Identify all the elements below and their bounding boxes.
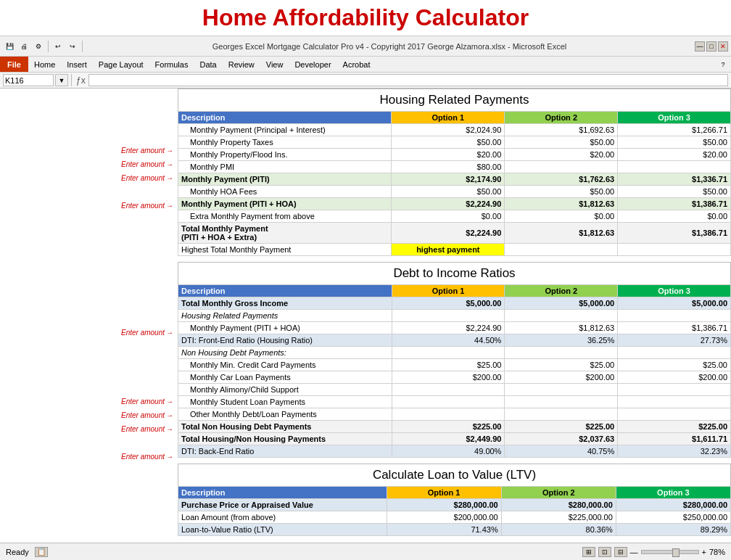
sheet-icon[interactable]: 📋 [35,547,48,557]
window-chrome: 💾 🖨 ⚙ ↩ ↪ Georges Excel Mortgage Calcula… [0,36,731,57]
dti-col-opt3: Option 3 [618,285,731,297]
table-row: Monthly Payment (Principal + Interest) $… [178,124,731,136]
housing-header-row: Description Option 1 Option 2 Option 3 [178,112,731,124]
table-row: Other Monthly Debt/Loan Payments [178,408,731,421]
table-row: Housing Related Payments [178,310,731,322]
dti-col-opt1: Option 1 [392,285,505,297]
ltv-col-opt3: Option 3 [616,487,730,499]
table-row: DTI: Back-End Ratio 49.00% 40.75% 32.23% [178,445,731,458]
status-bar: Ready 📋 ⊞ ⊡ ⊟ — + 78% [0,543,731,560]
dti-section: Debt to Income Ratios Description Option… [178,262,731,458]
table-row: Non Housing Debt Payments: [178,347,731,359]
formula-bar: ▼ ƒx [0,73,731,88]
housing-table: Description Option 1 Option 2 Option 3 M… [178,111,731,256]
table-row: Purchase Price or Appraised Value $280,0… [178,499,731,511]
table-row: DTI: Front-End Ratio (Housing Ratio) 44.… [178,334,731,347]
zoom-level: 78% [709,548,725,556]
table-row: Extra Monthly Payment from above $0.00 $… [178,210,731,223]
menu-home[interactable]: Home [28,57,61,72]
dti-header-row: Description Option 1 Option 2 Option 3 [178,285,731,297]
dti-title: Debt to Income Ratios [178,262,731,284]
table-row: Monthly Payment (PITI + HOA) $2,224.90 $… [178,322,731,334]
enter-amount-other: Enter amount → [0,450,178,464]
dti-col-opt2: Option 2 [505,285,618,297]
menu-page-layout[interactable]: Page Layout [93,57,149,72]
enter-amount-hoa: Enter amount → [0,199,178,213]
page-view-icon[interactable]: ⊡ [598,547,611,557]
maximize-button[interactable]: □ [706,41,716,52]
grid-view-icon[interactable]: ⊞ [582,547,595,557]
enter-amount-credit-card: Enter amount → [0,395,178,408]
ltv-col-opt2: Option 2 [501,487,616,499]
minimize-button[interactable]: — [695,41,705,52]
print-icon[interactable]: 🖨 [17,40,30,53]
dropdown-arrow[interactable]: ▼ [55,74,68,86]
menu-formulas[interactable]: Formulas [149,57,194,72]
menu-review[interactable]: Review [223,57,260,72]
table-row: Monthly Property Taxes $50.00 $50.00 $50… [178,136,731,149]
help-icon[interactable]: ? [716,58,730,71]
enter-amount-car-loan: Enter amount → [0,408,178,422]
table-row: Monthly PMI $80.00 [178,161,731,173]
housing-col-opt3: Option 3 [618,112,731,124]
table-row: Monthly Student Loan Payments [178,396,731,408]
housing-title: Housing Related Payments [178,88,731,111]
window-title: Georges Excel Mortgage Calculator Pro v4… [84,42,695,51]
ltv-section: Calculate Loan to Value (LTV) Descriptio… [178,464,731,536]
menu-insert[interactable]: Insert [61,57,93,72]
formula-separator [71,74,72,86]
table-row: Highest Total Monthly Payment highest pa… [178,244,731,256]
ltv-header-row: Description Option 1 Option 2 Option 3 [178,487,731,499]
housing-col-desc: Description [178,112,392,124]
spreadsheet[interactable]: Housing Related Payments Description Opt… [178,88,731,560]
menu-developer[interactable]: Developer [289,57,336,72]
table-row: Monthly Property/Flood Ins. $20.00 $20.0… [178,149,731,161]
housing-col-opt2: Option 2 [505,112,618,124]
ltv-col-opt1: Option 1 [387,487,501,499]
dti-table: Description Option 1 Option 2 Option 3 T… [178,284,731,458]
cell-reference-input[interactable] [3,74,54,86]
close-button[interactable]: ✕ [718,41,728,52]
zoom-slider[interactable] [641,550,699,554]
undo-icon[interactable]: ↩ [51,40,65,53]
menubar: File Home Insert Page Layout Formulas Da… [0,57,731,73]
enter-amount-prop-tax: Enter amount → [0,144,178,157]
enter-amount-alimony: Enter amount → [0,422,178,436]
fx-label: ƒx [76,75,86,86]
app-title: Home Affordability Calculator [0,0,731,36]
enter-amount-gross-income: Enter amount → [0,326,178,339]
dti-col-desc: Description [178,285,392,297]
formula-input[interactable] [88,74,728,86]
table-row: Total Housing/Non Housing Payments $2,44… [178,433,731,445]
ltv-title: Calculate Loan to Value (LTV) [178,464,731,486]
ltv-table: Description Option 1 Option 2 Option 3 P… [178,486,731,536]
save-icon[interactable]: 💾 [3,40,16,53]
ready-status: Ready [6,548,29,556]
left-sidebar: Enter amount → Enter amount → Enter amou… [0,88,178,560]
zoom-plus-icon[interactable]: + [702,548,706,556]
tools-icon[interactable]: ⚙ [32,40,45,53]
table-row: Total Non Housing Debt Payments $225.00 … [178,421,731,433]
zoom-minus-icon[interactable]: — [630,548,638,556]
table-row: Monthly Alimony/Child Support [178,384,731,396]
menu-view[interactable]: View [260,57,289,72]
enter-amount-pmi: Enter amount → [0,171,178,185]
housing-col-opt1: Option 1 [392,112,505,124]
main-area: Enter amount → Enter amount → Enter amou… [0,88,731,560]
housing-section: Housing Related Payments Description Opt… [178,88,731,256]
table-row: Total Monthly Payment(PITI + HOA + Extra… [178,223,731,244]
menu-file[interactable]: File [0,57,28,72]
table-row: Monthly Payment (PITI + HOA) $2,224.90 $… [178,198,731,210]
menu-acrobat[interactable]: Acrobat [337,57,376,72]
table-row: Monthly Car Loan Payments $200.00 $200.0… [178,371,731,384]
table-row: Loan-to-Value Ratio (LTV) 71.43% 80.36% … [178,524,731,536]
table-row: Monthly Payment (PITI) $2,174.90 $1,762.… [178,173,731,186]
page-break-icon[interactable]: ⊟ [614,547,627,557]
table-row: Monthly HOA Fees $50.00 $50.00 $50.00 [178,186,731,198]
enter-amount-flood-ins: Enter amount → [0,157,178,171]
table-row: Monthly Min. Credit Card Payments $25.00… [178,359,731,371]
table-row: Total Monthly Gross Income $5,000.00 $5,… [178,297,731,310]
menu-data[interactable]: Data [194,57,222,72]
ltv-col-desc: Description [178,487,387,499]
redo-icon[interactable]: ↪ [66,40,79,53]
